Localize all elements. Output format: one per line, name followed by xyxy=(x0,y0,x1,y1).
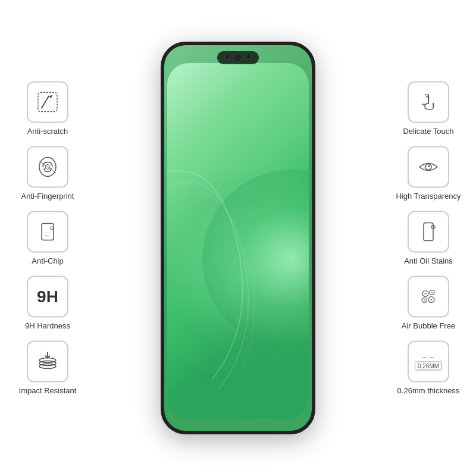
scratch-icon xyxy=(36,90,60,114)
camera-dot-1 xyxy=(224,54,230,60)
svg-rect-0 xyxy=(38,93,57,112)
delicate-touch-label: Delicate Touch xyxy=(403,127,453,136)
feature-thickness: → ← 0.26MM 0.26mm thickness xyxy=(397,341,460,395)
9h-hardness-icon-box: 9H xyxy=(27,276,68,318)
9h-hardness-label: 9H Hardness xyxy=(25,321,70,330)
feature-anti-oil: Anti Oil Stains xyxy=(404,211,453,265)
anti-oil-label: Anti Oil Stains xyxy=(404,256,453,265)
camera-area xyxy=(217,51,259,64)
right-arrow: ← xyxy=(429,353,436,360)
feature-anti-fingerprint: Anti-Fingerprint xyxy=(21,146,74,201)
chip-icon xyxy=(36,220,60,244)
svg-point-23 xyxy=(424,299,425,300)
svg-rect-5 xyxy=(42,224,54,240)
feature-anti-scratch: Anti-scratch xyxy=(27,82,68,136)
feature-anti-chip: Anti-Chip xyxy=(27,211,68,265)
camera-dot-2 xyxy=(234,54,242,62)
anti-scratch-icon-box xyxy=(27,82,68,123)
feature-9h-hardness: 9H 9H Hardness xyxy=(25,276,70,330)
feature-impact-resistant: Impact Resistant xyxy=(19,341,77,395)
camera-dot-3 xyxy=(246,54,252,60)
high-transparency-label: High Transparency xyxy=(396,192,461,201)
anti-chip-label: Anti-Chip xyxy=(32,256,63,265)
anti-scratch-label: Anti-scratch xyxy=(27,127,68,136)
air-bubble-icon-box xyxy=(408,276,449,318)
air-bubble-label: Air Bubble Free xyxy=(402,321,455,330)
touch-icon xyxy=(416,90,440,114)
svg-point-21 xyxy=(424,293,426,295)
oil-icon xyxy=(416,220,440,244)
svg-point-6 xyxy=(51,227,54,230)
thickness-inner: → ← 0.26MM xyxy=(415,353,442,370)
thickness-arrows: → ← xyxy=(421,353,436,360)
left-arrow: → xyxy=(421,353,428,360)
phone-display xyxy=(155,36,321,440)
9h-text: 9H xyxy=(37,289,58,305)
svg-point-14 xyxy=(428,165,430,167)
impact-icon xyxy=(36,350,60,374)
phone-body xyxy=(161,42,315,434)
impact-resistant-label: Impact Resistant xyxy=(19,386,77,395)
anti-oil-icon-box xyxy=(408,211,449,253)
bubble-icon xyxy=(416,285,440,309)
svg-point-22 xyxy=(431,292,433,293)
anti-fingerprint-icon-box xyxy=(27,146,68,188)
svg-marker-2 xyxy=(49,95,52,99)
feature-delicate-touch: Delicate Touch xyxy=(403,82,453,136)
impact-resistant-icon-box xyxy=(27,341,68,383)
features-right-column: Delicate Touch High Transparency xyxy=(387,82,470,395)
thickness-value: 0.26MM xyxy=(415,361,442,370)
anti-fingerprint-label: Anti-Fingerprint xyxy=(21,192,74,201)
feature-high-transparency: High Transparency xyxy=(396,146,461,201)
svg-line-1 xyxy=(42,96,49,108)
feature-air-bubble: Air Bubble Free xyxy=(402,276,455,330)
high-transparency-icon-box xyxy=(408,146,449,188)
main-container: Anti-scratch Anti-Fingerprint xyxy=(0,0,476,476)
delicate-touch-icon-box xyxy=(408,82,449,123)
screen-protector-overlay xyxy=(164,45,312,431)
svg-line-4 xyxy=(39,161,56,173)
eye-icon xyxy=(416,155,440,179)
fingerprint-icon xyxy=(36,155,60,179)
anti-chip-icon-box xyxy=(27,211,68,253)
side-button xyxy=(314,105,315,140)
thickness-icon-box: → ← 0.26MM xyxy=(408,341,449,383)
thickness-label: 0.26mm thickness xyxy=(397,386,460,395)
svg-point-24 xyxy=(430,299,432,300)
features-left-column: Anti-scratch Anti-Fingerprint xyxy=(6,82,89,395)
